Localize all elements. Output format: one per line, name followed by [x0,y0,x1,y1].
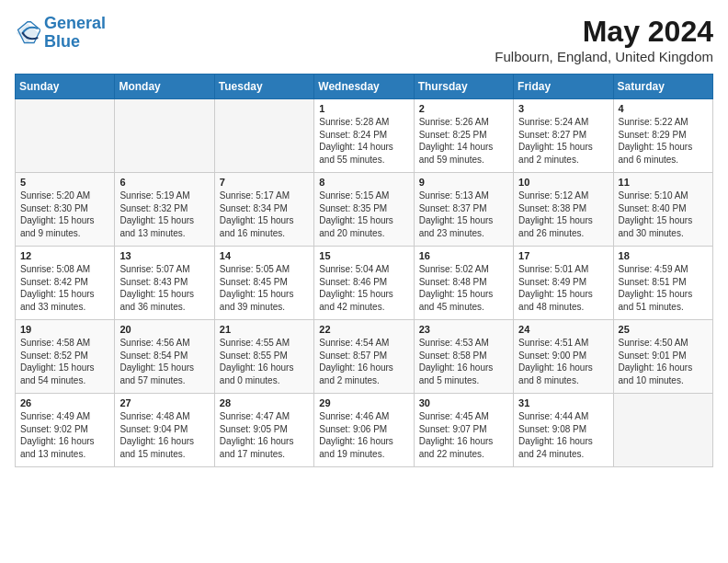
day-number: 30 [419,397,508,408]
col-saturday: Saturday [613,75,712,99]
calendar-cell: 15Sunrise: 5:04 AM Sunset: 8:46 PM Dayli… [314,247,414,320]
page-header: General Blue May 2024 Fulbourn, England,… [15,15,713,64]
day-info: Sunrise: 4:53 AM Sunset: 8:58 PM Dayligh… [419,337,508,386]
calendar-cell: 17Sunrise: 5:01 AM Sunset: 8:49 PM Dayli… [514,247,613,320]
day-number: 13 [119,250,209,261]
day-number: 11 [619,177,708,188]
day-number: 21 [220,324,309,335]
day-number: 19 [20,324,109,335]
calendar-cell: 5Sunrise: 5:20 AM Sunset: 8:30 PM Daylig… [16,173,115,247]
calendar-table: Sunday Monday Tuesday Wednesday Thursday… [15,74,713,467]
calendar-week-row: 5Sunrise: 5:20 AM Sunset: 8:30 PM Daylig… [16,173,713,247]
calendar-cell: 18Sunrise: 4:59 AM Sunset: 8:51 PM Dayli… [613,247,712,320]
day-info: Sunrise: 5:13 AM Sunset: 8:37 PM Dayligh… [419,190,508,239]
day-info: Sunrise: 5:24 AM Sunset: 8:27 PM Dayligh… [518,116,608,166]
calendar-week-row: 26Sunrise: 4:49 AM Sunset: 9:02 PM Dayli… [16,394,713,467]
calendar-cell: 14Sunrise: 5:05 AM Sunset: 8:45 PM Dayli… [214,247,313,320]
day-number: 26 [20,397,109,408]
day-info: Sunrise: 4:47 AM Sunset: 9:05 PM Dayligh… [220,410,309,460]
day-info: Sunrise: 4:54 AM Sunset: 8:57 PM Dayligh… [319,337,408,386]
col-thursday: Thursday [414,75,513,99]
calendar-cell: 2Sunrise: 5:26 AM Sunset: 8:25 PM Daylig… [414,99,513,173]
calendar-cell: 6Sunrise: 5:19 AM Sunset: 8:32 PM Daylig… [115,173,214,247]
day-number: 27 [119,397,209,408]
day-info: Sunrise: 4:46 AM Sunset: 9:06 PM Dayligh… [319,410,408,460]
day-info: Sunrise: 4:44 AM Sunset: 9:08 PM Dayligh… [518,410,608,460]
calendar-cell [214,99,313,173]
day-info: Sunrise: 5:17 AM Sunset: 8:34 PM Dayligh… [220,190,309,239]
day-info: Sunrise: 5:04 AM Sunset: 8:46 PM Dayligh… [319,263,408,313]
day-info: Sunrise: 5:07 AM Sunset: 8:43 PM Dayligh… [119,263,209,313]
calendar-cell: 29Sunrise: 4:46 AM Sunset: 9:06 PM Dayli… [314,394,414,467]
calendar-cell [613,394,712,467]
calendar-week-row: 1Sunrise: 5:28 AM Sunset: 8:24 PM Daylig… [16,99,713,173]
calendar-cell: 26Sunrise: 4:49 AM Sunset: 9:02 PM Dayli… [16,394,115,467]
logo-line2: Blue [44,32,80,51]
day-number: 20 [119,324,209,335]
calendar-cell: 16Sunrise: 5:02 AM Sunset: 8:48 PM Dayli… [414,247,513,320]
calendar-cell: 24Sunrise: 4:51 AM Sunset: 9:00 PM Dayli… [514,320,613,394]
calendar-week-row: 19Sunrise: 4:58 AM Sunset: 8:52 PM Dayli… [16,320,713,394]
col-wednesday: Wednesday [314,75,414,99]
calendar-cell: 20Sunrise: 4:56 AM Sunset: 8:54 PM Dayli… [115,320,214,394]
day-number: 31 [518,397,608,408]
day-number: 24 [518,324,608,335]
day-info: Sunrise: 4:50 AM Sunset: 9:01 PM Dayligh… [619,337,708,386]
calendar-cell: 21Sunrise: 4:55 AM Sunset: 8:55 PM Dayli… [214,320,313,394]
day-number: 29 [319,397,408,408]
calendar-cell: 25Sunrise: 4:50 AM Sunset: 9:01 PM Dayli… [613,320,712,394]
calendar-cell: 10Sunrise: 5:12 AM Sunset: 8:38 PM Dayli… [514,173,613,247]
calendar-cell: 3Sunrise: 5:24 AM Sunset: 8:27 PM Daylig… [514,99,613,173]
day-info: Sunrise: 5:05 AM Sunset: 8:45 PM Dayligh… [220,263,309,313]
month-title: May 2024 [495,15,713,49]
logo-icon [15,20,40,46]
day-number: 18 [619,250,708,261]
day-number: 9 [419,177,508,188]
calendar-cell: 28Sunrise: 4:47 AM Sunset: 9:05 PM Dayli… [214,394,313,467]
day-number: 23 [419,324,508,335]
day-number: 6 [119,177,209,188]
calendar-week-row: 12Sunrise: 5:08 AM Sunset: 8:42 PM Dayli… [16,247,713,320]
day-number: 3 [518,103,608,114]
day-number: 5 [20,177,109,188]
day-number: 4 [619,103,708,114]
day-info: Sunrise: 5:01 AM Sunset: 8:49 PM Dayligh… [518,263,608,313]
day-info: Sunrise: 4:55 AM Sunset: 8:55 PM Dayligh… [220,337,309,386]
logo: General Blue [15,15,106,52]
day-info: Sunrise: 5:10 AM Sunset: 8:40 PM Dayligh… [619,190,708,239]
day-number: 16 [419,250,508,261]
day-number: 12 [20,250,109,261]
calendar-cell: 8Sunrise: 5:15 AM Sunset: 8:35 PM Daylig… [314,173,414,247]
day-info: Sunrise: 5:15 AM Sunset: 8:35 PM Dayligh… [319,190,408,239]
calendar-cell: 1Sunrise: 5:28 AM Sunset: 8:24 PM Daylig… [314,99,414,173]
day-info: Sunrise: 5:26 AM Sunset: 8:25 PM Dayligh… [419,116,508,166]
logo-line1: General [44,14,106,32]
location: Fulbourn, England, United Kingdom [495,49,713,64]
calendar-cell: 30Sunrise: 4:45 AM Sunset: 9:07 PM Dayli… [414,394,513,467]
col-monday: Monday [115,75,214,99]
day-info: Sunrise: 5:20 AM Sunset: 8:30 PM Dayligh… [20,190,109,239]
calendar-cell: 12Sunrise: 5:08 AM Sunset: 8:42 PM Dayli… [16,247,115,320]
col-sunday: Sunday [16,75,115,99]
day-number: 7 [220,177,309,188]
day-number: 25 [619,324,708,335]
day-number: 15 [319,250,408,261]
day-info: Sunrise: 5:28 AM Sunset: 8:24 PM Dayligh… [319,116,408,166]
day-info: Sunrise: 4:51 AM Sunset: 9:00 PM Dayligh… [518,337,608,386]
day-info: Sunrise: 4:48 AM Sunset: 9:04 PM Dayligh… [119,410,209,460]
day-info: Sunrise: 5:12 AM Sunset: 8:38 PM Dayligh… [518,190,608,239]
day-number: 1 [319,103,408,114]
calendar-cell: 4Sunrise: 5:22 AM Sunset: 8:29 PM Daylig… [613,99,712,173]
col-friday: Friday [514,75,613,99]
day-info: Sunrise: 4:56 AM Sunset: 8:54 PM Dayligh… [119,337,209,386]
calendar-cell [115,99,214,173]
calendar-cell: 22Sunrise: 4:54 AM Sunset: 8:57 PM Dayli… [314,320,414,394]
day-number: 22 [319,324,408,335]
calendar-cell [16,99,115,173]
day-info: Sunrise: 4:59 AM Sunset: 8:51 PM Dayligh… [619,263,708,313]
col-tuesday: Tuesday [214,75,313,99]
day-info: Sunrise: 5:08 AM Sunset: 8:42 PM Dayligh… [20,263,109,313]
calendar-cell: 11Sunrise: 5:10 AM Sunset: 8:40 PM Dayli… [613,173,712,247]
day-number: 2 [419,103,508,114]
day-number: 14 [220,250,309,261]
